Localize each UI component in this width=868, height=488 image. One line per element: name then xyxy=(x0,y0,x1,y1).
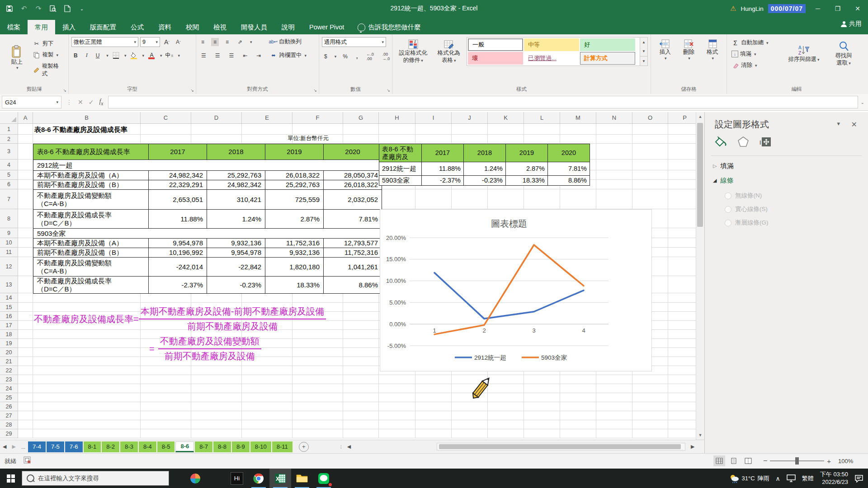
grid-cell[interactable] xyxy=(191,366,242,375)
grid-cell[interactable] xyxy=(18,312,33,321)
notification-center-icon[interactable] xyxy=(854,474,863,483)
grid-cell[interactable] xyxy=(560,429,596,438)
grid-cell[interactable] xyxy=(524,411,560,420)
align-center-icon[interactable]: ☰ xyxy=(213,52,222,60)
grid-cell[interactable] xyxy=(18,303,33,312)
grid-cell[interactable] xyxy=(560,384,596,393)
taskbar-app-line[interactable] xyxy=(313,469,335,488)
italic-button[interactable]: I xyxy=(84,51,90,60)
grid-cell[interactable] xyxy=(343,124,379,135)
grid-cell[interactable] xyxy=(379,375,415,384)
summary-value-cell[interactable]: 18.33% xyxy=(506,176,548,186)
grid-cell[interactable] xyxy=(632,429,668,438)
grid-cell[interactable] xyxy=(191,124,242,135)
grid-cell[interactable] xyxy=(18,238,33,248)
grid-cell[interactable] xyxy=(379,420,415,429)
grid-cell[interactable] xyxy=(292,293,343,303)
format-cells-button[interactable]: 格式▾ xyxy=(701,37,724,63)
grid-cell[interactable] xyxy=(632,135,668,144)
ribbon-tab-插入[interactable]: 插入 xyxy=(55,20,83,34)
table-value-cell[interactable]: 22,329,291 xyxy=(149,180,207,190)
grid-cell[interactable] xyxy=(292,393,343,402)
grid-cell[interactable] xyxy=(141,366,191,375)
grid-cell[interactable] xyxy=(242,135,292,144)
grid-cell[interactable] xyxy=(415,135,452,144)
accounting-format-icon[interactable]: $ xyxy=(322,52,330,61)
grid-cell[interactable] xyxy=(18,160,33,170)
grid-cell[interactable] xyxy=(343,135,379,144)
table-value-cell[interactable]: 7.81% xyxy=(324,210,382,229)
size-properties-tab-icon[interactable]: I xyxy=(759,136,772,148)
column-header-O[interactable]: O xyxy=(632,112,668,124)
grid-cell[interactable] xyxy=(292,366,343,375)
pane-dropdown-icon[interactable]: ▾ xyxy=(837,120,840,127)
grid-cell[interactable] xyxy=(452,135,488,144)
font-color-icon[interactable]: A xyxy=(148,52,156,59)
horizontal-scrollbar[interactable] xyxy=(437,443,685,450)
grid-cell[interactable] xyxy=(560,375,596,384)
grid-cell[interactable] xyxy=(632,384,668,393)
table-value-cell[interactable]: 24,982,342 xyxy=(207,180,265,190)
grid-cell[interactable] xyxy=(596,420,632,429)
grid-cell[interactable] xyxy=(632,160,668,170)
grid-cell[interactable] xyxy=(560,393,596,402)
table-value-cell[interactable]: 2,653,051 xyxy=(149,190,207,210)
summary-header-cell[interactable]: 2019 xyxy=(506,144,548,162)
row-header-5[interactable]: 5 xyxy=(0,170,18,180)
table-label-cell[interactable]: 本期不動產廠房及設備（A） xyxy=(33,239,149,248)
grid-cell[interactable] xyxy=(18,375,33,384)
table-value-cell[interactable]: 28,050,374 xyxy=(324,171,382,180)
expand-formula-bar-icon[interactable]: ⌄ xyxy=(861,100,864,105)
grid-cell[interactable] xyxy=(560,189,596,209)
row-header-28[interactable]: 28 xyxy=(0,420,18,429)
table-section-cell[interactable]: 2912統一超 xyxy=(33,160,382,171)
grid-cell[interactable] xyxy=(292,402,343,411)
grid-cell[interactable] xyxy=(596,402,632,411)
table-value-cell[interactable]: 26,018,322 xyxy=(324,180,382,190)
table-value-cell[interactable]: 11,752,316 xyxy=(324,248,382,258)
grid-cell[interactable] xyxy=(141,293,191,303)
table-value-cell[interactable]: 9,932,136 xyxy=(207,239,265,248)
column-header-B[interactable]: B xyxy=(33,112,141,124)
font-dialog-launcher[interactable]: ↘ xyxy=(190,88,194,93)
column-header-I[interactable]: I xyxy=(415,112,452,124)
grid-cell[interactable] xyxy=(33,384,141,393)
column-header-M[interactable]: M xyxy=(560,112,596,124)
grid-cell[interactable] xyxy=(524,402,560,411)
grid-cell[interactable] xyxy=(18,348,33,357)
grid-cell[interactable] xyxy=(18,228,33,238)
bold-button[interactable]: B xyxy=(71,52,80,60)
gradient-line-option[interactable]: 漸層線條(G) xyxy=(725,219,769,227)
grid-cell[interactable] xyxy=(18,257,33,276)
minimize-button[interactable]: ─ xyxy=(810,2,826,15)
table-value-cell[interactable]: 9,932,136 xyxy=(265,248,324,258)
sheet-tab-8-7[interactable]: 8-7 xyxy=(195,441,212,452)
table-label-cell[interactable]: 不動產廠房及設備變動額（C=A-B） xyxy=(33,190,149,210)
column-header-K[interactable]: K xyxy=(488,112,524,124)
table-header-cell[interactable]: 表8-6 不動產廠房及設備成長率 xyxy=(33,144,149,160)
grid-cell[interactable] xyxy=(415,384,452,393)
grid-cell[interactable] xyxy=(632,180,668,189)
normal-view-icon[interactable] xyxy=(713,455,725,466)
vertical-scroll-thumb[interactable] xyxy=(697,123,703,227)
grid-cell[interactable] xyxy=(18,248,33,257)
tabs-overflow-button[interactable]: ... xyxy=(19,444,28,450)
grid-cell[interactable] xyxy=(191,393,242,402)
new-sheet-button[interactable]: + xyxy=(299,442,309,452)
grid-cell[interactable] xyxy=(242,293,292,303)
row-header-9[interactable]: 9 xyxy=(0,228,18,238)
column-header-H[interactable]: H xyxy=(379,112,415,124)
number-dialog-launcher[interactable]: ↘ xyxy=(387,88,390,93)
grid-cell[interactable] xyxy=(452,189,488,209)
table-value-cell[interactable]: 12,793,577 xyxy=(324,239,382,248)
grid-cell[interactable] xyxy=(415,402,452,411)
row-header-12[interactable]: 12 xyxy=(0,257,18,276)
ribbon-tab-檔案[interactable]: 檔案 xyxy=(0,20,28,34)
row-header-22[interactable]: 22 xyxy=(0,366,18,375)
grid-cell[interactable] xyxy=(343,303,379,312)
table-label-cell[interactable]: 不動產廠房及設備變動額（C=A-B） xyxy=(33,258,149,277)
grid-cell[interactable] xyxy=(343,411,379,420)
line-chart[interactable]: 20.00%15.00%10.00%5.00%0.00%-5.00%1234圖表… xyxy=(380,209,652,371)
grid-cell[interactable] xyxy=(18,402,33,411)
grid-cell[interactable] xyxy=(524,124,560,135)
